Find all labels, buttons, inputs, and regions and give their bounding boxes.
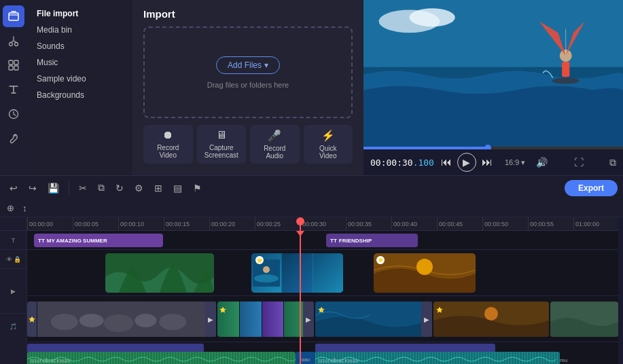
panel-item-backgrounds[interactable]: Backgrounds: [27, 87, 132, 103]
transition-1[interactable]: ▶: [205, 302, 216, 337]
timeline-section: ↩ ↪ 💾 ✂ ⧉ ↻ ⚙ ⊞ ▤ ⚑ Export ⊕ ↕: [0, 175, 623, 364]
audio-clip-3[interactable]: soundtrackwav: [315, 352, 560, 364]
capture-screencast-button[interactable]: 🖥 CaptureScreencast: [197, 125, 247, 164]
quick-video-button[interactable]: ⚡ QuickVideo: [304, 125, 353, 164]
sidebar-tools[interactable]: [3, 128, 24, 149]
import-panel: Import Add Files ▾ Drag files or folders…: [132, 0, 363, 175]
svg-rect-3: [9, 60, 13, 65]
copy-button[interactable]: ⧉: [94, 179, 109, 196]
record-audio-label: RecordAudio: [264, 145, 285, 160]
redo-button[interactable]: ↪: [24, 180, 41, 196]
capture-screencast-icon: 🖥: [216, 129, 227, 141]
sidebar-file-import[interactable]: [3, 5, 24, 27]
title-clip-summer[interactable]: TT MY AMAZING SUMMER: [34, 234, 163, 247]
broll-clip-forest-thumb: [105, 253, 214, 293]
svg-rect-14: [562, 62, 569, 77]
flag-button[interactable]: ⚑: [189, 180, 206, 196]
aspect-ratio[interactable]: 16:9 ▾: [505, 158, 525, 167]
panel-item-file-import[interactable]: File import: [27, 5, 132, 22]
track-label-broll: 👁 🔒: [0, 250, 26, 269]
broll-clip-forest[interactable]: [105, 253, 214, 293]
broll-track-row: ⭐ ⭐: [27, 250, 618, 296]
panel-item-music[interactable]: Music: [27, 54, 132, 71]
audio-track-row: soundtrackwav wav soundtrackwav: [27, 342, 618, 364]
waveform-1: soundtrackwav: [27, 352, 296, 364]
title-track-row: TT MY AMAZING SUMMER TT FRIENDSHIP: [27, 231, 618, 250]
timeline-magnet-button[interactable]: ⊕: [4, 202, 17, 215]
fullscreen-button[interactable]: ⛶: [574, 157, 584, 168]
panel-item-sounds[interactable]: Sounds: [27, 38, 132, 54]
record-video-icon: ⏺: [162, 129, 173, 141]
sidebar-text[interactable]: [3, 79, 24, 101]
video-progress-fill: [363, 147, 488, 149]
theater-button[interactable]: ⧉: [609, 157, 616, 168]
timeline-inner: 00:00:00 00:00:05 00:00:10 00:00:15 00:0…: [27, 217, 618, 364]
transition-3[interactable]: ▶: [421, 302, 432, 337]
main-clip-4[interactable]: ⭐: [433, 302, 549, 337]
svg-rect-6: [14, 66, 18, 70]
ruler-mark-4: 00:00:20: [209, 217, 255, 230]
ruler-mark-11: 00:00:55: [528, 217, 573, 230]
ruler-mark-10: 00:00:50: [482, 217, 528, 230]
rotate-button[interactable]: ↻: [111, 180, 128, 196]
svg-point-15: [552, 77, 580, 84]
main-clip-1[interactable]: ⭐: [27, 302, 211, 337]
sidebar-layout[interactable]: [3, 54, 24, 76]
volume-icon[interactable]: 🔊: [536, 157, 548, 168]
main-clip-1-content: [37, 302, 211, 337]
cut-button[interactable]: ✂: [75, 180, 91, 196]
settings-button[interactable]: ⚙: [130, 180, 147, 196]
timecode: 00:00:30.100: [370, 158, 434, 168]
capture-row: ⏺ RecordVideo 🖥 CaptureScreencast 🎤 Reco…: [143, 125, 353, 164]
toolbar-divider-1: [69, 181, 69, 195]
svg-point-19: [254, 274, 279, 283]
sunset-star-badge: ⭐: [376, 256, 385, 264]
next-button[interactable]: ⏭: [480, 155, 494, 170]
svg-point-20: [263, 266, 270, 273]
main-clip-3[interactable]: ⭐: [315, 302, 424, 337]
ruler-mark-12: 01:00:00: [573, 217, 619, 230]
ruler-marks-container: 00:00:00 00:00:05 00:00:10 00:00:15 00:0…: [27, 217, 618, 230]
undo-button[interactable]: ↩: [5, 180, 22, 196]
record-audio-icon: 🎤: [268, 129, 281, 142]
video-preview: [363, 0, 623, 149]
svg-point-8: [14, 135, 16, 136]
title-clip-friendship[interactable]: TT FRIENDSHIP: [326, 234, 418, 247]
broll-clip-sunset[interactable]: ⭐: [374, 253, 476, 293]
export-button[interactable]: Export: [565, 180, 618, 196]
add-files-label: Add Files: [228, 60, 262, 70]
layout-button[interactable]: ⊞: [150, 180, 166, 196]
clip-star-1: ⭐: [27, 302, 37, 337]
svg-rect-4: [14, 60, 18, 65]
main-clip-5[interactable]: [550, 302, 618, 337]
play-button[interactable]: ▶: [457, 153, 476, 172]
toolbar: ↩ ↪ 💾 ✂ ⧉ ↻ ⚙ ⊞ ▤ ⚑ Export: [0, 175, 623, 200]
timeline-cursor-button[interactable]: ↕: [20, 202, 30, 215]
top-section: File import Media bin Sounds Music Sampl…: [0, 0, 623, 175]
save-button[interactable]: 💾: [43, 180, 63, 196]
sidebar-icons: [0, 0, 27, 175]
transition-2[interactable]: ▶: [303, 302, 314, 337]
audio-clip-1[interactable]: soundtrackwav: [27, 352, 296, 364]
broll-clip-ocean[interactable]: [251, 253, 343, 293]
video-progress-bar[interactable]: [363, 147, 623, 149]
panel-item-sample-video[interactable]: Sample video: [27, 71, 132, 87]
panel-item-media-bin[interactable]: Media bin: [27, 22, 132, 38]
drop-zone[interactable]: Add Files ▾ Drag files or folders here: [143, 26, 353, 118]
audio-clip-2[interactable]: wav: [296, 352, 316, 364]
sidebar-clock[interactable]: [3, 103, 24, 125]
record-audio-button[interactable]: 🎤 RecordAudio: [250, 125, 300, 164]
main-video-track: ⭐: [27, 296, 618, 342]
audio-end-label: mu: [560, 357, 567, 363]
sidebar-cut[interactable]: [3, 30, 24, 52]
layout2-button[interactable]: ▤: [169, 180, 186, 196]
prev-button[interactable]: ⏮: [440, 155, 453, 170]
main-clip-2[interactable]: [217, 302, 306, 337]
add-files-button[interactable]: Add Files ▾: [216, 56, 280, 74]
ruler-mark-6: 00:00:30: [300, 217, 346, 230]
video-progress-thumb[interactable]: [484, 145, 491, 149]
timeline-scroll[interactable]: 00:00:00 00:00:05 00:00:10 00:00:15 00:0…: [27, 217, 623, 364]
svg-point-1: [10, 43, 13, 46]
ruler-mark-2: 00:00:10: [118, 217, 164, 230]
record-video-button[interactable]: ⏺ RecordVideo: [143, 125, 193, 164]
